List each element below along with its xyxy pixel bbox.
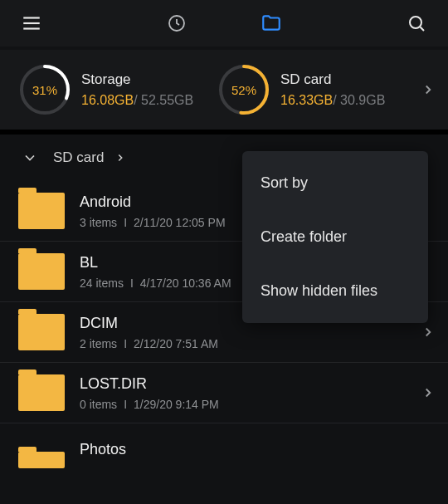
folder-meta: 0 itemsI1/29/20 9:14 PM <box>80 398 402 411</box>
folder-name: LOST.DIR <box>80 375 402 393</box>
storage-label-sd: SD card <box>280 71 385 88</box>
chevron-right-icon[interactable] <box>416 78 440 101</box>
folder-name: Photos <box>80 441 440 458</box>
menu-create-folder[interactable]: Create folder <box>242 210 428 264</box>
internal-storage-card[interactable]: 31% Storage 16.08GB/ 52.55GB <box>18 63 217 116</box>
storage-panel[interactable]: 31% Storage 16.08GB/ 52.55GB 52% SD card… <box>0 50 448 130</box>
storage-size-sd: 16.33GB/ 30.9GB <box>280 93 385 108</box>
recent-tab-icon[interactable] <box>165 12 188 35</box>
context-menu: Sort by Create folder Show hidden files <box>242 151 428 323</box>
storage-ring-internal: 31% <box>18 63 71 116</box>
chevron-right-icon <box>109 146 132 169</box>
folder-meta: 2 itemsI2/12/20 7:51 AM <box>80 337 402 350</box>
folder-icon <box>18 314 65 350</box>
storage-percent-sd: 52% <box>217 63 270 116</box>
chevron-right-icon[interactable] <box>416 321 440 344</box>
folder-icon <box>18 374 65 411</box>
folder-icon <box>18 193 65 229</box>
storage-ring-sd: 52% <box>217 63 270 116</box>
svg-line-5 <box>420 27 424 32</box>
top-bar <box>0 0 448 46</box>
menu-show-hidden[interactable]: Show hidden files <box>242 264 428 318</box>
storage-size-internal: 16.08GB/ 52.55GB <box>81 93 193 108</box>
menu-sort-by[interactable]: Sort by <box>242 156 428 210</box>
list-item[interactable]: Photos <box>0 423 448 480</box>
folder-icon <box>18 452 65 468</box>
files-tab-icon[interactable] <box>260 12 283 35</box>
svg-point-4 <box>410 17 421 28</box>
folder-icon <box>18 253 65 290</box>
search-icon[interactable] <box>405 12 428 35</box>
chevron-right-icon[interactable] <box>416 381 440 404</box>
chevron-down-icon[interactable] <box>18 146 41 169</box>
storage-percent-internal: 31% <box>18 63 71 116</box>
sd-card-storage-card[interactable]: 52% SD card 16.33GB/ 30.9GB <box>217 63 416 116</box>
list-item[interactable]: LOST.DIR 0 itemsI1/29/20 9:14 PM <box>0 363 448 423</box>
storage-label-internal: Storage <box>81 71 193 88</box>
breadcrumb-label[interactable]: SD card <box>53 149 104 166</box>
menu-icon[interactable] <box>20 12 43 35</box>
